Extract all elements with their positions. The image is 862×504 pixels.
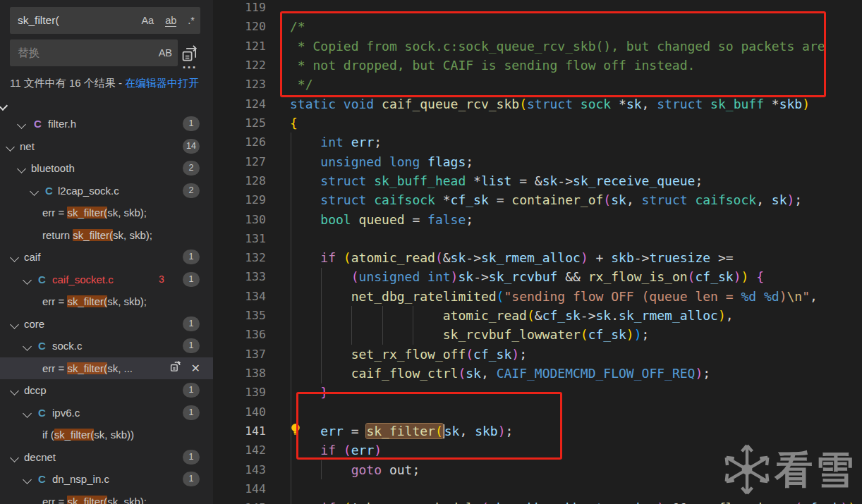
line-number: 127 (213, 152, 266, 171)
lightbulb-icon[interactable] (289, 422, 302, 436)
chevron-down-icon[interactable] (23, 276, 32, 285)
match-highlight: sk_filter( (54, 429, 95, 441)
tree-file-dn_nsp_in.c[interactable]: Cdn_nsp_in.c1 (0, 468, 213, 491)
tree-folder-dccp[interactable]: dccp1 (0, 379, 213, 402)
result-count-badge: 2 (183, 183, 200, 198)
search-result-row[interactable]: err = sk_filter(sk, ...✕ (0, 357, 213, 380)
line-number: 133 (213, 267, 266, 286)
search-result-row[interactable]: return sk_filter(sk, skb); (0, 224, 213, 247)
search-result-row[interactable]: err = sk_filter(sk, skb); (0, 491, 213, 504)
code-line[interactable]: 122 * not dropped, but CAIF is sending f… (213, 56, 862, 75)
code-line[interactable]: 123 */ (213, 75, 862, 94)
code-line[interactable]: 133 (unsigned int)sk->sk_rcvbuf && rx_fl… (213, 267, 862, 286)
close-icon[interactable]: ✕ (191, 357, 200, 380)
tree-file-caif_socket.c[interactable]: Ccaif_socket.c31 (0, 269, 213, 291)
search-result-row[interactable]: err = sk_filter(sk, skb); (0, 290, 213, 313)
search-query-text[interactable]: sk_filter( (18, 7, 59, 34)
result-count-badge: 1 (183, 450, 200, 465)
code-line[interactable]: 139 } (213, 383, 862, 402)
replace-options: AB (150, 39, 172, 66)
match-case-icon[interactable]: Aa (141, 15, 154, 26)
code-line[interactable]: 129 struct caifsock *cf_sk = container_o… (213, 190, 862, 209)
code-line[interactable]: 125{ (213, 113, 862, 133)
tree-item-label: core (24, 313, 44, 336)
line-number: 140 (213, 402, 266, 422)
tree-folder-caif[interactable]: caif1 (0, 246, 213, 269)
chevron-down-icon[interactable] (6, 142, 15, 152)
c-file-icon: C (38, 468, 46, 491)
tree-file-sock.c[interactable]: Csock.c1 (0, 335, 213, 357)
result-count-badge: 1 (183, 383, 200, 398)
replace-all-icon[interactable] (181, 44, 199, 62)
code-text: set_rx_flow_off(cf_sk); (290, 345, 527, 364)
current-match-highlight: sk_filter( (366, 424, 442, 438)
code-line[interactable]: 140 (213, 402, 862, 422)
tree-folder-net[interactable]: net14 (0, 135, 213, 158)
code-line[interactable]: 130 bool queued = false; (213, 210, 862, 229)
chevron-down-icon[interactable] (10, 386, 19, 395)
chevron-down-icon[interactable] (10, 453, 19, 462)
chevron-down-icon[interactable] (17, 120, 26, 129)
code-line[interactable]: 121 * Copied from sock.c:sock_queue_rcv_… (213, 37, 862, 56)
chevron-down-icon[interactable] (30, 187, 39, 196)
line-number: 145 (213, 498, 266, 504)
row-actions: ✕ (169, 357, 200, 380)
chevron-down-icon[interactable] (17, 164, 26, 173)
line-number: 128 (213, 171, 266, 190)
code-line[interactable]: 120/* (213, 17, 862, 36)
code-line[interactable]: 126 int err; (213, 133, 862, 152)
chevron-down-icon[interactable] (23, 475, 32, 484)
code-text: int err; (290, 133, 382, 152)
chevron-down-icon[interactable] (0, 101, 8, 111)
line-number: 143 (213, 460, 266, 479)
tree-folder-bluetooth[interactable]: bluetooth2 (0, 157, 213, 180)
vscode-window: sk_filter( Aa ab .* 替换 AB ··· 11 文件中有 16… (0, 0, 862, 504)
tree-file-ipv6.c[interactable]: Cipv6.c1 (0, 402, 213, 424)
replace-icon[interactable] (169, 357, 183, 380)
code-text: */ (290, 75, 313, 94)
whole-word-icon[interactable]: ab (165, 15, 176, 27)
c-file-icon: C (45, 180, 53, 202)
chevron-down-icon[interactable] (23, 409, 32, 418)
chevron-down-icon[interactable] (10, 320, 19, 329)
code-line[interactable]: 131 (213, 229, 862, 248)
result-count-badge: 1 (183, 472, 200, 486)
line-number: 123 (213, 75, 266, 94)
line-number: 124 (213, 94, 266, 113)
match-highlight: sk_filter( (67, 362, 107, 374)
search-input[interactable]: sk_filter( Aa ab .* (10, 7, 200, 34)
tree-folder-core[interactable]: core1 (0, 313, 213, 336)
open-in-editor-link[interactable]: 在编辑器中打开 (125, 77, 199, 89)
replace-input[interactable]: 替换 AB (10, 39, 178, 66)
tree-file-filter.h[interactable]: Cfilter.h1 (0, 113, 213, 135)
code-text: * Copied from sock.c:sock_queue_rcv_skb(… (290, 37, 825, 56)
code-line[interactable]: 127 unsigned long flags; (213, 152, 862, 171)
tree-folder-decnet[interactable]: decnet1 (0, 446, 213, 469)
search-result-row[interactable]: if (sk_filter(sk, skb)) (0, 424, 213, 446)
match-highlight: sk_filter( (67, 207, 107, 219)
line-number: 134 (213, 287, 266, 306)
code-line[interactable]: 141 err = sk_filter(sk, skb); (213, 422, 862, 441)
tree-file-l2cap_sock.c[interactable]: Cl2cap_sock.c2 (0, 180, 213, 202)
code-line[interactable]: 132 if (atomic_read(&sk->sk_rmem_alloc) … (213, 248, 862, 267)
code-line[interactable]: 134 net_dbg_ratelimited("sending flow OF… (213, 287, 862, 306)
code-line[interactable]: 135 atomic_read(&cf_sk->sk.sk_rmem_alloc… (213, 306, 862, 325)
code-line[interactable]: 137 set_rx_flow_off(cf_sk); (213, 345, 862, 364)
code-line[interactable]: 124static void caif_queue_rcv_skb(struct… (213, 94, 862, 113)
code-line[interactable]: 138 caif_flow_ctrl(sk, CAIF_MODEMCMD_FLO… (213, 364, 862, 383)
code-line[interactable]: 119 (213, 0, 862, 17)
code-lines: 119120/*121 * Copied from sock.c:sock_qu… (213, 0, 862, 504)
chevron-down-icon[interactable] (10, 253, 19, 262)
result-snippet: return sk_filter(sk, skb); (42, 224, 152, 247)
chevron-down-icon[interactable] (23, 342, 32, 351)
problems-count: 3 (159, 269, 164, 291)
code-line[interactable]: 136 sk_rcvbuf_lowwater(cf_sk)); (213, 325, 862, 344)
search-result-row[interactable]: err = sk_filter(sk, skb); (0, 202, 213, 224)
code-text: { (290, 113, 298, 133)
regex-icon[interactable]: .* (188, 15, 195, 26)
result-count-badge: 1 (183, 250, 200, 264)
code-editor[interactable]: 119120/*121 * Copied from sock.c:sock_qu… (213, 0, 862, 504)
preserve-case-icon[interactable]: AB (159, 47, 172, 59)
code-line[interactable]: 128 struct sk_buff_head *list = &sk->sk_… (213, 171, 862, 190)
code-line[interactable]: 145 if (!sk_rmem_schedule(sk, skb, skb->… (213, 498, 862, 504)
